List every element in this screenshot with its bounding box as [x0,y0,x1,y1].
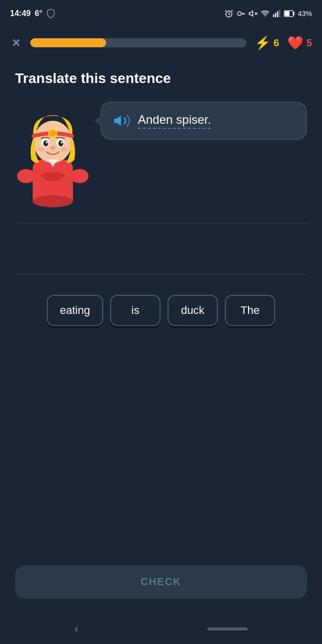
shield-icon [46,9,55,19]
streak-count: 6 [274,37,279,49]
svg-line-4 [231,10,232,11]
svg-rect-13 [273,15,274,18]
svg-marker-9 [249,11,253,17]
svg-point-29 [43,140,48,146]
svg-point-31 [46,141,48,143]
battery-percent: 43% [298,10,312,18]
check-btn-container: CHECK [0,555,322,614]
svg-point-37 [33,195,73,207]
speaker-icon[interactable] [113,112,131,130]
svg-rect-19 [293,12,295,16]
heart-container: ❤️ 5 [287,35,312,51]
svg-point-22 [70,169,89,183]
character-illustration [15,102,91,207]
word-bank: eating is duck The [15,280,307,336]
mute-icon [249,9,258,18]
svg-point-35 [60,147,68,152]
svg-line-2 [229,14,230,15]
battery-icon [284,9,295,18]
status-left: 14:49 6° [10,9,55,19]
progress-bar [30,38,106,47]
svg-point-24 [34,121,72,163]
wifi-icon [261,9,270,18]
svg-point-12 [265,16,266,17]
answer-area [15,228,307,269]
close-button[interactable]: × [10,34,22,52]
answer-divider-top [15,222,307,223]
svg-point-34 [37,147,45,152]
status-right: 43% [224,9,312,18]
svg-rect-18 [285,11,289,16]
character-section: Anden spiser. [15,102,307,207]
svg-rect-15 [277,11,278,17]
svg-point-33 [50,146,55,150]
word-tile-duck[interactable]: duck [168,295,218,326]
key-icon [236,9,246,18]
alarm-icon [224,9,233,18]
word-tile-the[interactable]: The [225,295,275,326]
speech-bubble[interactable]: Anden spiser. [101,102,307,140]
svg-point-30 [58,140,63,146]
nav-pill [207,627,248,630]
heart-icon: ❤️ [287,35,303,51]
svg-rect-14 [275,13,276,17]
signal-icon [273,9,281,18]
svg-point-21 [17,169,35,183]
back-button[interactable]: ‹ [74,622,78,635]
word-tile-eating[interactable]: eating [47,295,103,326]
instruction-title: Translate this sentence [15,70,307,87]
status-temp: 6° [35,9,42,18]
status-time: 14:49 [10,9,31,18]
svg-rect-16 [279,10,280,17]
heart-count: 5 [306,37,312,49]
svg-point-26 [50,130,56,136]
progress-container [30,38,246,47]
word-tile-is[interactable]: is [110,295,160,326]
bolt-icon: ⚡ [255,35,271,51]
streak-container: ⚡ 6 [255,35,279,51]
main-content: Translate this sentence [0,60,322,346]
svg-marker-38 [114,116,121,126]
status-bar: 14:49 6° [0,0,322,25]
top-bar: × ⚡ 6 ❤️ 5 [0,25,322,60]
check-button[interactable]: CHECK [15,565,307,599]
sentence-text: Anden spiser. [138,113,211,129]
svg-line-3 [225,10,226,11]
answer-divider-bottom [15,274,307,275]
nav-bar: ‹ [0,614,322,644]
svg-point-32 [61,141,63,143]
svg-point-5 [237,12,242,16]
